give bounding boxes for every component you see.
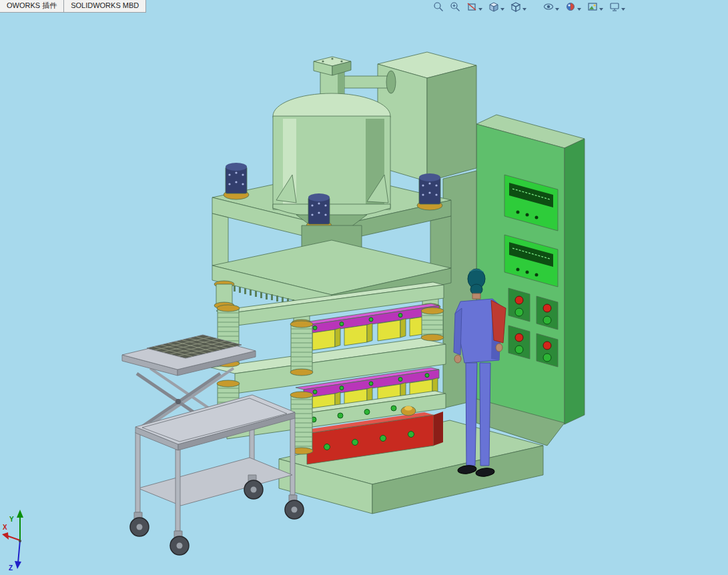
dropdown-caret-icon[interactable] [599,8,603,11]
display-style-icon [510,1,521,12]
tab-solidworks-mbd[interactable]: SOLIDWORKS MBD [64,0,146,13]
graphics-area[interactable]: Y X Z [0,0,728,575]
dropdown-caret-icon[interactable] [500,8,504,11]
model-3d-view[interactable]: Y X Z [0,0,728,575]
triad-x-label: X [3,524,7,531]
dropdown-caret-icon[interactable] [577,8,581,11]
press-machine-model[interactable] [211,52,585,514]
scene-icon [587,1,598,12]
view-orientation-button[interactable] [488,1,505,13]
zoom-to-area-icon [450,1,460,12]
commandmanager-tabs: OWORKS 插件 SOLIDWORKS MBD [0,0,146,13]
appearance-ball-icon [565,1,576,12]
dropdown-caret-icon[interactable] [621,8,625,11]
edit-appearance-button[interactable] [565,1,582,13]
view-settings-button[interactable] [609,1,626,13]
zoom-to-area-button[interactable] [449,1,461,13]
dropdown-caret-icon[interactable] [522,8,526,11]
vacuum-tank[interactable] [273,57,396,227]
dropdown-caret-icon[interactable] [478,8,482,11]
dropdown-caret-icon[interactable] [555,8,559,11]
orientation-triad: Y X Z [2,510,23,572]
section-view-icon [466,1,477,12]
control-cabinet[interactable] [476,115,585,424]
zoom-to-fit-button[interactable] [432,1,444,13]
eye-icon [543,1,554,12]
tab-solidworks-addins[interactable]: OWORKS 插件 [0,0,64,13]
display-style-button[interactable] [510,1,527,13]
monitor-icon [609,1,620,12]
heads-up-view-toolbar [432,1,626,13]
hide-show-items-button[interactable] [542,1,560,13]
triad-z-label: Z [9,564,13,572]
view-orientation-icon [488,1,499,12]
section-view-button[interactable] [466,1,483,13]
apply-scene-button[interactable] [587,1,604,13]
zoom-to-fit-icon [433,1,444,12]
triad-y-label: Y [9,516,14,523]
